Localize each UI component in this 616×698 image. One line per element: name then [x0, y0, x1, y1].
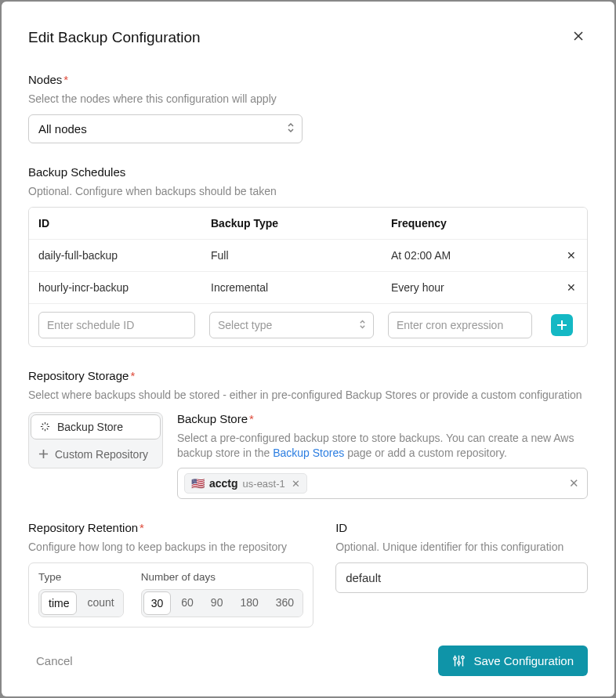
nodes-section: Nodes* Select the nodes where this confi…: [28, 73, 588, 143]
modal-title: Edit Backup Configuration: [28, 29, 201, 46]
cell-id: daily-full-backup: [29, 240, 201, 271]
modal-header: Edit Backup Configuration: [28, 27, 588, 48]
edit-backup-configuration-modal: Edit Backup Configuration Nodes* Select …: [2, 2, 614, 696]
col-type: Backup Type: [201, 208, 382, 239]
cell-freq: At 02:00 AM: [382, 240, 556, 271]
nodes-select[interactable]: All nodes: [28, 114, 303, 143]
retention-type-segmented: time count: [38, 589, 124, 617]
close-icon: [572, 30, 585, 42]
backup-store-chip: 🇺🇸 acctg us-east-1 ✕: [184, 473, 307, 494]
storage-type-backup-store[interactable]: Backup Store: [31, 414, 161, 439]
seg-label: Custom Repository: [55, 448, 148, 461]
backup-stores-link[interactable]: Backup Stores: [273, 447, 344, 459]
schedules-label: Backup Schedules: [28, 165, 125, 179]
svg-point-7: [454, 657, 456, 660]
retention-days-segmented: 30 60 90 180 360: [141, 589, 303, 617]
cell-id: hourly-incr-backup: [29, 272, 201, 303]
new-schedule-row: Select type: [29, 304, 587, 346]
retention-label: Repository Retention: [28, 521, 138, 534]
storage-label: Repository Storage: [28, 369, 129, 382]
required-mark: *: [140, 521, 144, 534]
svg-point-11: [462, 656, 464, 659]
cancel-button[interactable]: Cancel: [28, 648, 81, 674]
id-input[interactable]: [335, 562, 588, 593]
seg-label: Backup Store: [57, 421, 123, 433]
add-schedule-button[interactable]: [551, 314, 573, 336]
col-id: ID: [29, 208, 201, 239]
retention-days-360[interactable]: 360: [267, 590, 303, 617]
nodes-label: Nodes: [28, 73, 62, 86]
cell-type: Incremental: [201, 272, 382, 303]
retention-type-time[interactable]: time: [41, 591, 77, 615]
schedule-type-select[interactable]: Select type: [209, 312, 374, 338]
retention-days-label: Number of days: [141, 571, 303, 583]
schedules-section: Backup Schedules Optional. Configure whe…: [28, 165, 588, 347]
chip-region: us-east-1: [243, 478, 285, 490]
storage-type-segmented: Backup Store Custom Repository: [28, 412, 163, 468]
chip-remove-button[interactable]: ✕: [292, 478, 300, 490]
svg-point-9: [458, 662, 460, 664]
save-button[interactable]: Save Configuration: [438, 646, 588, 676]
backup-store-panel: Backup Store* Select a pre-configured ba…: [177, 412, 588, 500]
nodes-hint: Select the nodes where this configuratio…: [28, 92, 588, 107]
col-freq: Frequency: [382, 208, 556, 239]
id-section: ID Optional. Unique identifier for this …: [335, 521, 588, 627]
required-mark: *: [63, 73, 68, 86]
sparkle-icon: [39, 421, 51, 432]
cell-freq: Every hour: [382, 272, 556, 303]
plus-icon: [556, 320, 567, 331]
backup-store-select[interactable]: 🇺🇸 acctg us-east-1 ✕ ✕: [177, 468, 588, 499]
flag-icon: 🇺🇸: [191, 477, 205, 490]
close-button[interactable]: [569, 27, 588, 48]
remove-row-button[interactable]: ✕: [556, 240, 587, 271]
retention-controls: Type time count Number of days 30 60 90 …: [28, 562, 313, 627]
backup-store-hint: Select a pre-configured backup store to …: [177, 431, 588, 461]
retention-days-90[interactable]: 90: [202, 590, 232, 617]
storage-type-custom[interactable]: Custom Repository: [29, 441, 162, 468]
schedules-hint: Optional. Configure when backups should …: [28, 184, 588, 199]
sliders-icon: [452, 654, 466, 667]
id-label: ID: [335, 521, 347, 534]
retention-days-60[interactable]: 60: [172, 590, 202, 617]
storage-section: Repository Storage* Select where backups…: [28, 369, 588, 500]
required-mark: *: [249, 412, 254, 425]
chip-name: acctg: [209, 477, 238, 490]
table-header: ID Backup Type Frequency: [29, 208, 587, 240]
retention-days-30[interactable]: 30: [143, 591, 172, 615]
modal-footer: Cancel Save Configuration: [28, 631, 588, 676]
retention-days-180[interactable]: 180: [231, 590, 266, 617]
id-hint: Optional. Unique identifier for this con…: [335, 540, 588, 555]
table-row: daily-full-backup Full At 02:00 AM ✕: [29, 240, 587, 272]
retention-type-count[interactable]: count: [78, 590, 122, 617]
table-row: hourly-incr-backup Incremental Every hou…: [29, 272, 587, 304]
cell-type: Full: [201, 240, 382, 271]
schedules-table: ID Backup Type Frequency daily-full-back…: [28, 207, 588, 347]
save-label: Save Configuration: [473, 654, 574, 667]
bottom-row: Repository Retention* Configure how long…: [28, 521, 588, 627]
storage-hint: Select where backups should be stored - …: [28, 388, 588, 403]
clear-field-button[interactable]: ✕: [569, 476, 579, 490]
backup-store-label: Backup Store: [177, 412, 248, 425]
required-mark: *: [130, 369, 135, 382]
retention-type-label: Type: [38, 571, 124, 583]
schedule-id-input[interactable]: [38, 312, 195, 338]
retention-hint: Configure how long to keep backups in th…: [28, 540, 313, 555]
retention-section: Repository Retention* Configure how long…: [28, 521, 313, 627]
remove-row-button[interactable]: ✕: [556, 272, 587, 303]
schedule-cron-input[interactable]: [388, 312, 532, 338]
plus-icon: [38, 449, 49, 459]
